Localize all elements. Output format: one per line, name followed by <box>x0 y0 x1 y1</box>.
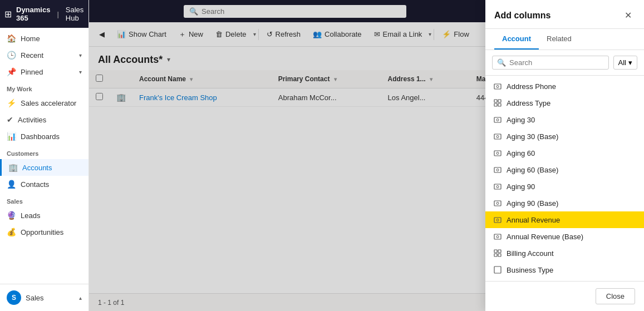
sidebar-item-label: Contacts <box>21 180 49 189</box>
search-icon: 🔍 <box>497 58 506 67</box>
opportunities-icon: 💰 <box>7 228 16 236</box>
panel-footer-close-button[interactable]: Close <box>596 288 635 304</box>
panel-header: Add columns ✕ <box>485 0 644 29</box>
list-item[interactable]: Address Phone <box>485 78 644 95</box>
sidebar-item-opportunities[interactable]: 💰 Opportunities <box>0 224 89 240</box>
svg-point-11 <box>496 152 499 155</box>
list-item[interactable]: Billing Account <box>485 245 644 261</box>
panel-close-button[interactable]: ✕ <box>621 9 635 22</box>
sidebar-item-label: Home <box>21 34 40 43</box>
sidebar-item-accounts[interactable]: 🏢 Accounts <box>0 159 89 176</box>
svg-rect-12 <box>494 167 501 172</box>
svg-rect-8 <box>494 134 501 139</box>
currency-icon <box>493 182 502 191</box>
panel-filter-select[interactable]: All ▾ <box>613 56 637 70</box>
sidebar-bottom: S Sales ▴ <box>0 284 89 311</box>
tab-account[interactable]: Account <box>494 29 539 50</box>
item-label: Aging 60 <box>507 149 535 157</box>
list-item[interactable]: Annual Revenue (Base) <box>485 228 644 245</box>
currency-icon <box>493 165 502 174</box>
square-icon <box>493 265 502 274</box>
sidebar-item-recent[interactable]: 🕒 Recent ▾ <box>0 47 89 63</box>
sidebar-item-dashboards[interactable]: 📊 Dashboards <box>0 128 89 145</box>
waffle-icon[interactable]: ⊞ <box>4 9 12 19</box>
svg-rect-22 <box>494 250 497 253</box>
svg-point-19 <box>496 219 499 221</box>
filter-value: All <box>618 58 626 67</box>
item-label: Aging 60 (Base) <box>507 166 558 174</box>
sidebar-item-label: Activities <box>18 116 46 124</box>
list-item[interactable]: Aging 90 (Base) <box>485 195 644 211</box>
accounts-icon: 🏢 <box>8 163 18 172</box>
sidebar-item-label: Recent <box>21 51 43 60</box>
sidebar-item-label: Pinned <box>21 68 43 76</box>
list-item[interactable]: Aging 60 (Base) <box>485 161 644 178</box>
list-item[interactable]: Aging 60 <box>485 145 644 161</box>
list-item[interactable]: Aging 30 (Base) <box>485 128 644 145</box>
item-label: Aging 30 <box>507 116 535 124</box>
list-item[interactable]: Aging 30 <box>485 111 644 128</box>
svg-point-15 <box>496 186 499 188</box>
sidebar: ⊞ Dynamics 365 | Sales Hub 🏠 Home 🕒 Rece… <box>0 0 89 311</box>
svg-rect-23 <box>498 250 501 253</box>
list-item[interactable]: Address Type <box>485 95 644 111</box>
item-label: Address Phone <box>507 82 556 91</box>
recent-icon: 🕒 <box>7 51 16 60</box>
svg-rect-24 <box>494 254 497 256</box>
item-label: Billing Account <box>507 249 554 258</box>
add-columns-panel: Add columns ✕ Account Related 🔍 All ▾ <box>485 0 644 311</box>
list-item[interactable]: Aging 90 <box>485 178 644 195</box>
svg-rect-20 <box>494 234 501 239</box>
svg-rect-6 <box>494 117 501 122</box>
activities-icon: ✔ <box>7 115 13 124</box>
brand-label: Dynamics 365 <box>16 6 50 22</box>
list-item-annual-revenue[interactable]: Annual Revenue <box>485 211 644 228</box>
sidebar-nav: 🏠 Home 🕒 Recent ▾ 📌 Pinned ▾ My Work ⚡ S… <box>0 28 89 243</box>
grid-icon <box>493 98 502 107</box>
section-label-sales: Sales <box>0 192 89 207</box>
filter-caret-icon: ▾ <box>628 58 632 67</box>
dashboards-icon: 📊 <box>7 132 16 141</box>
svg-point-1 <box>496 86 499 88</box>
sidebar-item-sales-accelerator[interactable]: ⚡ Sales accelerator <box>0 95 89 111</box>
panel-search-box[interactable]: 🔍 <box>492 56 609 70</box>
sidebar-item-contacts[interactable]: 👤 Contacts <box>0 176 89 192</box>
sidebar-item-label: Accounts <box>22 164 52 172</box>
sidebar-item-activities[interactable]: ✔ Activities <box>0 111 89 128</box>
panel-footer: Close <box>485 281 644 311</box>
svg-rect-10 <box>494 151 501 156</box>
sidebar-item-label: Dashboards <box>21 132 60 141</box>
currency-icon <box>493 232 502 241</box>
pin-icon: 📌 <box>7 67 16 76</box>
item-label: Address Type <box>507 99 550 107</box>
currency-icon <box>493 215 502 224</box>
svg-rect-25 <box>498 254 501 256</box>
section-label-mywork: My Work <box>0 80 89 95</box>
svg-rect-14 <box>494 184 501 189</box>
svg-rect-18 <box>494 218 501 223</box>
list-item[interactable]: Business Type <box>485 261 644 278</box>
sidebar-item-pinned[interactable]: 📌 Pinned ▾ <box>0 63 89 80</box>
svg-point-21 <box>496 236 499 238</box>
svg-point-17 <box>496 203 499 205</box>
section-label-customers: Customers <box>0 145 89 159</box>
item-label: Aging 30 (Base) <box>507 132 558 141</box>
panel-tabs: Account Related <box>485 29 644 50</box>
sidebar-item-home[interactable]: 🏠 Home <box>0 30 89 47</box>
panel-search-row: 🔍 All ▾ <box>485 50 644 76</box>
chevron-down-icon: ▾ <box>79 52 82 58</box>
tab-related[interactable]: Related <box>539 29 579 50</box>
svg-rect-5 <box>498 103 501 106</box>
currency-icon <box>493 82 502 91</box>
sidebar-item-sales-bottom[interactable]: S Sales ▴ <box>0 287 89 309</box>
currency-icon <box>493 115 502 124</box>
brand-divider: | <box>57 10 58 18</box>
svg-rect-0 <box>494 84 501 89</box>
main-area: 🔍 ⚙ ? 🔔 👤 ◀ 📊 Show Chart ＋ New 🗑 Delete … <box>89 0 644 311</box>
panel-search-input[interactable] <box>509 58 604 67</box>
svg-rect-2 <box>494 100 497 102</box>
panel-column-list: Address Phone Address Type Aging 30 Agin… <box>485 76 644 281</box>
chevron-up-icon: ▴ <box>79 295 82 301</box>
sidebar-item-leads[interactable]: 🔮 Leads <box>0 207 89 224</box>
grid-icon <box>493 249 502 258</box>
